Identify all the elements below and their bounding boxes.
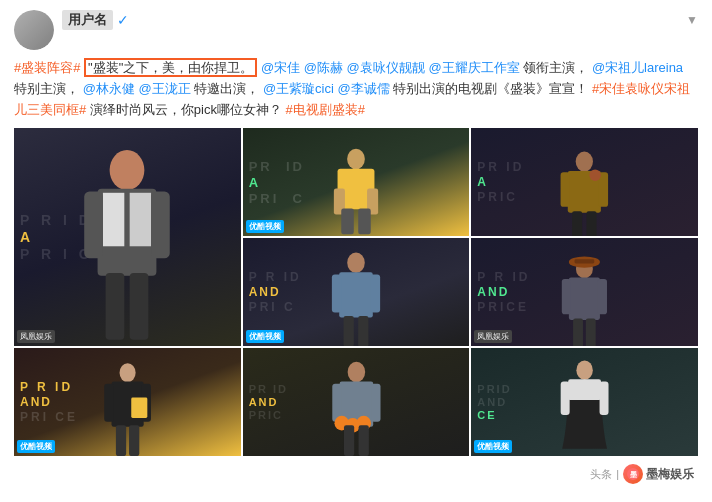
youku-badge-8: 优酷视频 (474, 440, 512, 453)
youku-badge-1: 优酷视频 (246, 220, 284, 233)
youku-badge-5: 优酷视频 (17, 440, 55, 453)
youku-badge-4: 优酷视频 (246, 330, 284, 343)
grid-cell-4[interactable]: P R ID AND PRI C 优酷视频 (243, 238, 470, 346)
svg-rect-31 (131, 398, 147, 418)
svg-rect-50 (358, 426, 368, 457)
mention-4[interactable]: @王耀庆工作室 (428, 60, 519, 75)
svg-rect-19 (587, 211, 597, 236)
hashtag-3[interactable]: #电视剧盛装# (286, 102, 365, 117)
grid-cell-1[interactable]: PR ID A PRI C 优酷视频 (243, 128, 470, 236)
svg-point-20 (590, 169, 602, 181)
grid-cell-8[interactable]: PRID AND CE 优酷视频 (471, 348, 698, 456)
svg-rect-29 (104, 384, 114, 422)
svg-rect-22 (339, 273, 373, 318)
svg-rect-18 (572, 211, 582, 236)
header-right: 用户名 ✓ ▼ (62, 10, 698, 34)
post-text: #盛装阵容# "盛装"之下，美，由你捍卫。 @宋佳 @陈赫 @袁咏仪靓靓 @王耀… (14, 58, 698, 120)
svg-rect-13 (130, 273, 149, 340)
svg-point-27 (119, 364, 135, 383)
svg-rect-5 (358, 208, 371, 234)
brand-icon: 墨 (623, 464, 643, 484)
mention-3[interactable]: @袁咏仪靓靓 (347, 60, 425, 75)
svg-rect-12 (106, 273, 125, 340)
grid-cell-2[interactable]: P R I D E A P R I C E 凤凰娱乐 (14, 128, 241, 346)
svg-point-6 (110, 150, 145, 190)
fengmei-badge-6: 凤凰娱乐 (474, 330, 512, 343)
svg-rect-11 (151, 191, 170, 258)
svg-point-14 (576, 151, 593, 171)
footer: 头条 | 墨 墨梅娱乐 (14, 464, 698, 484)
mention-7[interactable]: @王泷正 (138, 81, 190, 96)
image-grid: PR ID A PRI C 优酷视频 P R I D E A P R I C E (14, 128, 698, 458)
svg-rect-33 (129, 426, 139, 457)
svg-rect-37 (569, 277, 600, 319)
svg-rect-4 (341, 208, 354, 234)
mention-9[interactable]: @李诚儒 (338, 81, 390, 96)
mention-5[interactable]: @宋祖儿lareina (592, 60, 683, 75)
svg-rect-49 (344, 426, 354, 457)
svg-rect-41 (586, 318, 596, 346)
brand-name: 墨梅娱乐 (646, 466, 694, 483)
svg-rect-54 (600, 382, 609, 416)
mention-2[interactable]: @陈赫 (304, 60, 343, 75)
mention-6[interactable]: @林永健 (83, 81, 135, 96)
svg-rect-10 (85, 191, 104, 258)
svg-point-0 (347, 149, 365, 170)
username[interactable]: 用户名 (62, 10, 113, 30)
post-header: 用户名 ✓ ▼ (14, 10, 698, 50)
svg-rect-45 (371, 384, 381, 422)
chevron-down-icon[interactable]: ▼ (686, 13, 698, 27)
svg-rect-23 (332, 275, 342, 313)
username-row: 用户名 ✓ ▼ (62, 10, 698, 30)
grid-cell-6[interactable]: P R ID AND PRICE 凤凰娱乐 (471, 238, 698, 346)
footer-separator: | (616, 468, 619, 480)
svg-rect-24 (371, 275, 381, 313)
svg-rect-9 (130, 193, 151, 246)
svg-rect-26 (358, 316, 368, 346)
svg-text:墨: 墨 (630, 471, 638, 478)
svg-rect-53 (561, 382, 570, 416)
svg-rect-25 (344, 316, 354, 346)
svg-point-51 (576, 361, 592, 380)
svg-rect-40 (573, 318, 583, 346)
fengmei-badge-2: 凤凰娱乐 (17, 330, 55, 343)
highlighted-text: "盛装"之下，美，由你捍卫。 (84, 58, 257, 77)
mention-8[interactable]: @王紫璇cici (263, 81, 334, 96)
mention-1[interactable]: @宋佳 (261, 60, 300, 75)
svg-rect-36 (575, 259, 595, 263)
grid-cell-7[interactable]: PR ID AND PRIC (243, 348, 470, 456)
grid-cell-5[interactable]: P R ID AND PRI CE 优酷视频 (14, 348, 241, 456)
svg-point-21 (347, 253, 365, 273)
svg-rect-52 (568, 379, 601, 400)
footer-logo: 头条 | 墨 墨梅娱乐 (590, 464, 694, 484)
avatar[interactable] (14, 10, 54, 50)
footer-source: 头条 (590, 467, 612, 482)
svg-point-42 (347, 362, 365, 382)
verified-icon: ✓ (117, 12, 129, 28)
svg-rect-39 (598, 279, 607, 314)
main-container: 用户名 ✓ ▼ #盛装阵容# "盛装"之下，美，由你捍卫。 @宋佳 @陈赫 @袁… (0, 0, 712, 502)
grid-cell-3[interactable]: PR ID A PRIC (471, 128, 698, 236)
svg-rect-32 (116, 426, 126, 457)
footer-brand: 墨 墨梅娱乐 (623, 464, 694, 484)
svg-rect-38 (562, 279, 571, 314)
svg-rect-16 (561, 172, 570, 207)
svg-rect-8 (103, 193, 124, 246)
hashtag-open[interactable]: #盛装阵容# (14, 60, 80, 75)
